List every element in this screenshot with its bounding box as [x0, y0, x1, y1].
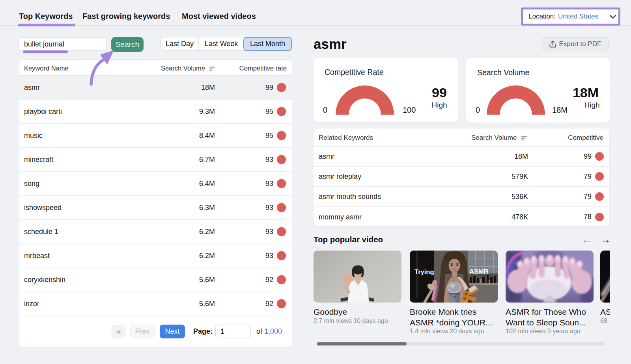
- svg-text:Trying: Trying: [414, 268, 434, 275]
- svg-text:ASMR: ASMR: [469, 268, 489, 275]
